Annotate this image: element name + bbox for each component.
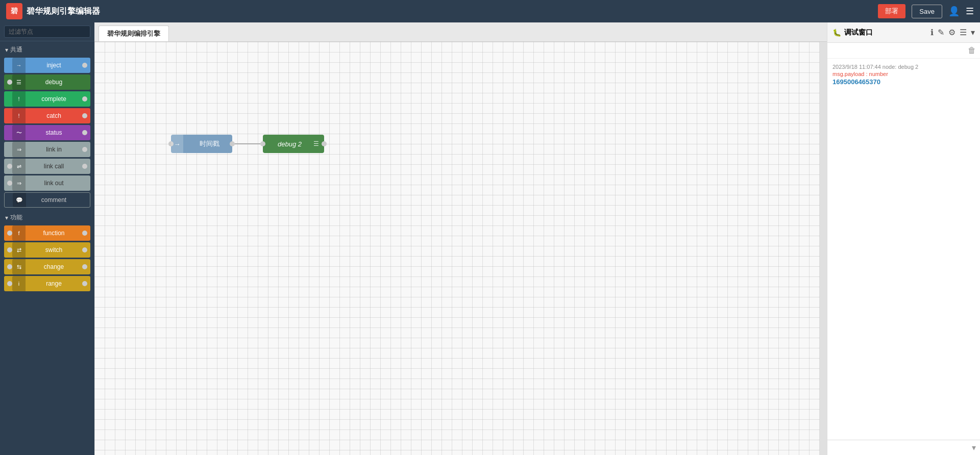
app-logo: 碧 <box>6 3 22 19</box>
debug-icon: 🐛 <box>832 29 841 37</box>
node-label-switch: switch <box>26 246 82 254</box>
port-left <box>7 264 12 269</box>
sidebar-node-complete[interactable]: ! complete <box>4 91 90 107</box>
menu-icon[interactable]: ☰ <box>966 6 974 17</box>
node-icon-range: i <box>12 276 26 291</box>
user-icon[interactable]: 👤 <box>948 6 960 17</box>
save-button[interactable]: Save <box>912 5 942 18</box>
sidebar-node-link-call[interactable]: ⇌ link call <box>4 159 90 174</box>
sidebar-node-debug[interactable]: ☰ debug <box>4 74 90 90</box>
canvas-node-timestamp[interactable]: →时间戳 <box>171 135 232 153</box>
canvas-port-right <box>322 141 327 146</box>
node-icon-link-out: ⇒ <box>12 175 26 191</box>
node-icon-inject: → <box>12 58 26 73</box>
node-label-change: change <box>26 263 82 270</box>
node-icon-function: f <box>12 225 26 241</box>
debug-content: 2023/9/18 11:07:44 node: debug 2 msg.pay… <box>827 59 980 440</box>
topbar-left: 碧 碧华规则引擎编辑器 <box>6 3 100 19</box>
canvas-node-label: debug 2 <box>268 140 311 148</box>
canvas-node-label: 时间戳 <box>191 139 227 148</box>
topbar: 碧 碧华规则引擎编辑器 部署 Save 👤 ☰ <box>0 0 980 22</box>
edit-icon[interactable]: ✎ <box>938 28 944 37</box>
node-icon-link-call: ⇌ <box>12 159 26 174</box>
list-icon[interactable]: ☰ <box>960 28 967 37</box>
sidebar-node-function[interactable]: f function <box>4 225 90 241</box>
canvas-vertical-scrollbar[interactable] <box>820 42 827 455</box>
node-icon-catch: ! <box>12 108 26 123</box>
sidebar-node-change[interactable]: ⇆ change <box>4 259 90 274</box>
sidebar-node-catch[interactable]: ! catch <box>4 108 90 123</box>
sidebar-node-status[interactable]: 〜 status <box>4 125 90 140</box>
filter-input-wrap <box>0 22 94 41</box>
node-label-link-out: link out <box>26 180 82 187</box>
right-panel-title-text: 调试窗口 <box>844 28 873 37</box>
node-icon-debug: ☰ <box>12 74 26 90</box>
debug-entry-0: 2023/9/18 11:07:44 node: debug 2 msg.pay… <box>832 64 975 86</box>
sidebar-node-comment[interactable]: 💬 comment <box>4 192 90 208</box>
canvas-area: 碧华规则编排引擎 →时间戳debug 2☰ <box>94 22 827 455</box>
sidebar-scroll: ▾共通 → inject ☰ debug ! complete ! catch … <box>0 41 94 455</box>
node-label-function: function <box>26 230 82 237</box>
sidebar-node-range[interactable]: i range <box>4 276 90 291</box>
section-header-功能[interactable]: ▾功能 <box>0 209 94 224</box>
tabs-bar: 碧华规则编排引擎 <box>94 22 827 42</box>
chevron-down-panel-icon[interactable]: ▾ <box>972 443 976 452</box>
node-icon-switch: ⇄ <box>12 242 26 258</box>
debug-value-0[interactable]: 1695006465370 <box>832 78 975 86</box>
right-panel: 🐛 调试窗口 ℹ ✎ ⚙ ☰ ▾ 🗑 2023/9/18 11:07:44 no… <box>827 22 980 455</box>
port-right <box>82 130 87 135</box>
port-right <box>82 281 87 286</box>
sidebar-node-link-out[interactable]: ⇒ link out <box>4 175 90 191</box>
chevron-down-icon[interactable]: ▾ <box>971 28 975 37</box>
right-panel-header: 🐛 调试窗口 ℹ ✎ ⚙ ☰ ▾ <box>827 22 980 43</box>
port-left <box>7 231 12 236</box>
node-label-comment: comment <box>26 196 82 204</box>
node-icon-comment: 💬 <box>13 193 26 207</box>
topbar-right: 部署 Save 👤 ☰ <box>878 4 974 18</box>
section-header-共通[interactable]: ▾共通 <box>0 41 94 56</box>
debug-type-0: msg.payload : number <box>832 71 975 77</box>
debug-meta-0: 2023/9/18 11:07:44 node: debug 2 <box>832 64 975 70</box>
port-right <box>82 113 87 118</box>
port-right <box>82 96 87 102</box>
port-left <box>7 281 12 286</box>
port-right <box>82 231 87 236</box>
right-panel-icons: ℹ ✎ ⚙ ☰ ▾ <box>930 28 975 37</box>
port-left <box>7 181 12 186</box>
port-right <box>82 147 87 152</box>
node-label-status: status <box>26 129 82 136</box>
node-icon-change: ⇆ <box>12 259 26 274</box>
node-icon-link-in: ⇒ <box>12 142 26 157</box>
node-label-link-in: link in <box>26 146 82 153</box>
node-label-debug: debug <box>26 79 82 86</box>
canvas-node-debug2[interactable]: debug 2☰ <box>263 135 324 153</box>
right-panel-footer: ▾ <box>827 440 980 455</box>
port-left <box>7 247 12 252</box>
node-label-catch: catch <box>26 112 82 119</box>
port-right <box>82 264 87 269</box>
settings-icon[interactable]: ⚙ <box>948 28 955 37</box>
clear-debug-button[interactable]: 🗑 <box>968 46 976 55</box>
deploy-button[interactable]: 部署 <box>878 4 905 18</box>
tab-0[interactable]: 碧华规则编排引擎 <box>99 26 169 41</box>
port-left <box>7 164 12 169</box>
sidebar-node-inject[interactable]: → inject <box>4 58 90 73</box>
app-title: 碧华规则引擎编辑器 <box>27 6 100 17</box>
canvas-port-left <box>260 141 265 146</box>
info-icon[interactable]: ℹ <box>930 28 934 37</box>
canvas-node-menu-icon[interactable]: ☰ <box>313 140 319 147</box>
sidebar-node-link-in[interactable]: ⇒ link in <box>4 142 90 157</box>
node-icon-complete: ! <box>12 91 26 107</box>
canvas-port-right <box>230 141 235 146</box>
port-right <box>82 164 87 169</box>
canvas[interactable]: →时间戳debug 2☰ <box>94 42 827 455</box>
sidebar: ▾共通 → inject ☰ debug ! complete ! catch … <box>0 22 94 455</box>
search-input[interactable] <box>4 26 90 38</box>
node-label-link-call: link call <box>26 163 82 170</box>
node-label-range: range <box>26 280 82 287</box>
main-layout: ▾共通 → inject ☰ debug ! complete ! catch … <box>0 22 980 455</box>
node-label-inject: inject <box>26 62 82 69</box>
node-label-complete: complete <box>26 95 82 103</box>
canvas-node-icon: → <box>171 135 183 153</box>
sidebar-node-switch[interactable]: ⇄ switch <box>4 242 90 258</box>
